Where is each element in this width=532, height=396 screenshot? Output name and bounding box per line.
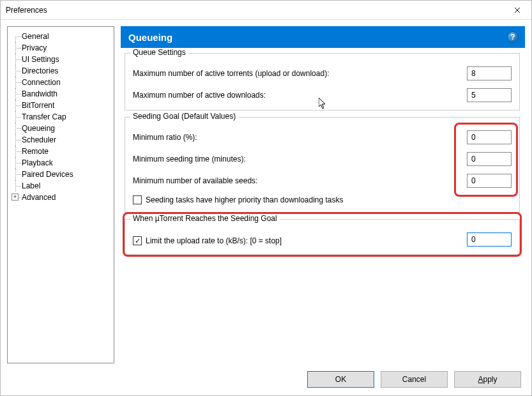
priority-checkbox-row[interactable]: Seeding tasks have higher priority than … bbox=[133, 195, 512, 204]
max-downloads-row: Maximum number of active downloads: bbox=[133, 88, 512, 102]
ok-button[interactable]: OK bbox=[307, 371, 374, 388]
help-icon[interactable]: ? bbox=[507, 31, 519, 43]
sidebar-item-transfer-cap[interactable]: Transfer Cap bbox=[10, 111, 111, 123]
group-title: When µTorrent Reaches the Seeding Goal bbox=[130, 214, 280, 223]
max-active-input[interactable] bbox=[467, 66, 512, 80]
limit-checkbox-row[interactable]: Limit the upload rate to (kB/s): [0 = st… bbox=[133, 236, 282, 245]
reach-goal-group: When µTorrent Reaches the Seeding Goal L… bbox=[125, 219, 520, 255]
window-title: Preferences bbox=[6, 6, 47, 15]
titlebar: Preferences bbox=[1, 1, 531, 20]
limit-checkbox-label: Limit the upload rate to (kB/s): [0 = st… bbox=[146, 236, 282, 245]
min-ratio-row: Minimum ratio (%): bbox=[133, 130, 512, 144]
sidebar-item-ui-settings[interactable]: UI Settings bbox=[10, 54, 111, 65]
min-seeds-label: Minimum number of available seeds: bbox=[133, 176, 257, 185]
max-active-label: Maximum number of active torrents (uploa… bbox=[133, 69, 329, 78]
min-time-row: Minimum seeding time (minutes): bbox=[133, 152, 512, 166]
sidebar-item-label[interactable]: Label bbox=[10, 180, 111, 192]
queue-settings-group: Queue Settings Maximum number of active … bbox=[125, 53, 520, 110]
min-time-label: Minimum seeding time (minutes): bbox=[133, 155, 246, 164]
sidebar-item-privacy[interactable]: Privacy bbox=[10, 42, 111, 54]
section-header: Queueing ? bbox=[121, 26, 525, 48]
priority-checkbox[interactable] bbox=[133, 195, 142, 204]
min-ratio-label: Minimum ratio (%): bbox=[133, 133, 197, 142]
group-title: Seeding Goal (Default Values) bbox=[130, 112, 238, 121]
sidebar-item-remote[interactable]: Remote bbox=[10, 146, 111, 157]
min-ratio-input[interactable] bbox=[467, 130, 512, 144]
body-area: General Privacy UI Settings Directories … bbox=[1, 20, 531, 363]
sidebar-item-queueing[interactable]: Queueing bbox=[10, 123, 111, 134]
close-button[interactable] bbox=[503, 1, 531, 19]
min-time-input[interactable] bbox=[467, 152, 512, 166]
sidebar-item-bittorrent[interactable]: BitTorrent bbox=[10, 100, 111, 111]
sidebar-item-playback[interactable]: Playback bbox=[10, 157, 111, 169]
sidebar-item-connection[interactable]: Connection bbox=[10, 77, 111, 88]
limit-input[interactable] bbox=[467, 232, 512, 247]
plus-icon[interactable]: + bbox=[11, 194, 19, 201]
sidebar-tree[interactable]: General Privacy UI Settings Directories … bbox=[7, 26, 114, 363]
sidebar-item-directories[interactable]: Directories bbox=[10, 65, 111, 77]
max-active-row: Maximum number of active torrents (uploa… bbox=[133, 66, 512, 80]
sidebar-item-bandwidth[interactable]: Bandwidth bbox=[10, 88, 111, 100]
min-seeds-row: Minimum number of available seeds: bbox=[133, 174, 512, 188]
settings-panel: Queue Settings Maximum number of active … bbox=[121, 48, 525, 363]
max-downloads-input[interactable] bbox=[467, 88, 512, 102]
seeding-goal-group: Seeding Goal (Default Values) Minimum ra… bbox=[125, 117, 520, 213]
apply-button[interactable]: Apply bbox=[454, 371, 521, 388]
sidebar-item-general[interactable]: General bbox=[10, 31, 111, 42]
sidebar-item-paired-devices[interactable]: Paired Devices bbox=[10, 169, 111, 180]
preferences-window: Preferences General Privacy UI Settings … bbox=[0, 0, 532, 396]
close-icon bbox=[514, 7, 521, 13]
min-seeds-input[interactable] bbox=[467, 174, 512, 188]
priority-checkbox-label: Seeding tasks have higher priority than … bbox=[146, 195, 344, 204]
dialog-footer: OK Cancel Apply bbox=[1, 363, 531, 395]
cancel-button[interactable]: Cancel bbox=[381, 371, 448, 388]
limit-checkbox[interactable] bbox=[133, 236, 142, 245]
limit-row: Limit the upload rate to (kB/s): [0 = st… bbox=[133, 232, 512, 247]
content-panel: Queueing ? Queue Settings Maximum number… bbox=[121, 26, 525, 363]
sidebar-item-advanced[interactable]: + Advanced bbox=[10, 192, 111, 203]
max-downloads-label: Maximum number of active downloads: bbox=[133, 91, 266, 100]
group-title: Queue Settings bbox=[130, 48, 188, 57]
sidebar-item-scheduler[interactable]: Scheduler bbox=[10, 134, 111, 146]
section-title: Queueing bbox=[128, 32, 172, 43]
